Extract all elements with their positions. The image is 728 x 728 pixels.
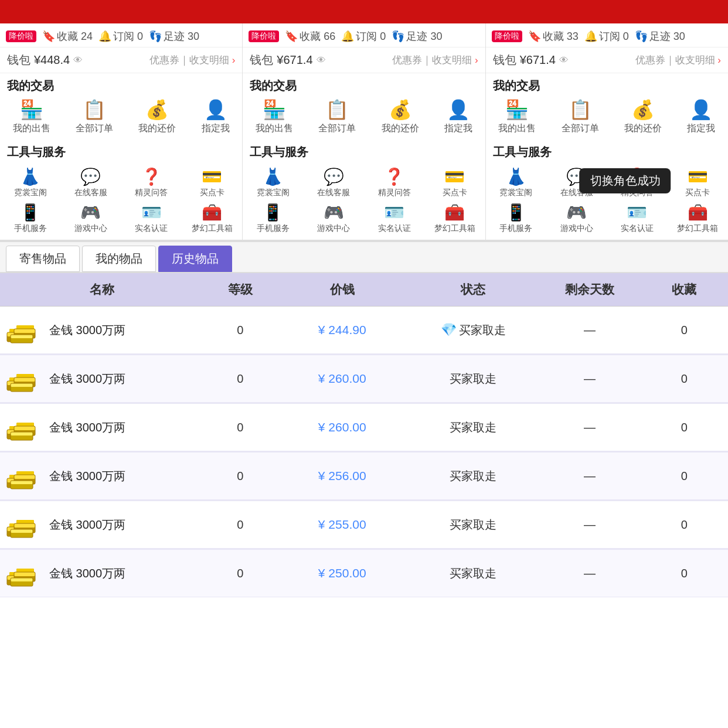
panel-stats: 降价啦 🔖 收藏 24 🔔 订阅 0 👣 足迹 30 — [0, 23, 242, 47]
tool-icon-1: 💬 — [80, 167, 101, 186]
cell-level-3: 0 — [204, 470, 277, 483]
trade-item-1[interactable]: 📋 全部订单 — [562, 98, 599, 135]
tool-item-6[interactable]: 🪪 实名认证 — [607, 200, 667, 236]
tool-item-5[interactable]: 🎮 游戏中心 — [60, 200, 121, 236]
cell-price-4: ¥ 255.00 — [277, 518, 408, 532]
tool-item-4[interactable]: 📱 手机服务 — [243, 200, 303, 236]
wallet-row: 钱包 ¥671.4 👁 优惠券｜收支明细 › — [243, 47, 485, 73]
cell-level-4: 0 — [204, 518, 277, 532]
wallet-links[interactable]: 优惠券｜收支明细 › — [392, 53, 478, 67]
gold-icon-0 — [6, 316, 43, 344]
trade-icons: 🏪 我的出售 📋 全部订单 💰 我的还价 👤 指定我 — [486, 96, 728, 140]
trade-item-3[interactable]: 👤 指定我 — [202, 98, 230, 135]
svg-rect-60 — [14, 523, 35, 528]
tool-icon-1: 💬 — [324, 167, 344, 186]
jianjia-badge: 降价啦 — [6, 30, 36, 42]
item-name-2: 金钱 3000万两 — [49, 420, 125, 436]
trade-item-0[interactable]: 🏪 我的出售 — [498, 98, 536, 135]
tool-item-4[interactable]: 📱 手机服务 — [0, 200, 60, 236]
trade-item-0[interactable]: 🏪 我的出售 — [13, 98, 50, 135]
cell-price-0: ¥ 244.90 — [277, 323, 408, 337]
tool-item-4[interactable]: 📱 手机服务 — [486, 200, 546, 236]
tool-item-2[interactable]: ❓ 精灵问答 — [364, 165, 424, 200]
tool-icon-7: 🧰 — [444, 203, 465, 222]
tab-bar: 寄售物品我的物品历史物品 — [0, 241, 728, 273]
item-name-3: 金钱 3000万两 — [49, 468, 125, 484]
trade-item-2[interactable]: 💰 我的还价 — [382, 98, 419, 135]
trade-item-2[interactable]: 💰 我的还价 — [624, 98, 662, 135]
cell-name-3: 金钱 3000万两 — [0, 462, 204, 490]
tool-item-6[interactable]: 🪪 实名认证 — [364, 200, 424, 236]
wallet-links[interactable]: 优惠券｜收支明细 › — [149, 53, 235, 67]
tab-1[interactable]: 我的物品 — [82, 246, 156, 272]
tool-icon-0: 👗 — [506, 167, 526, 186]
trade-item-0[interactable]: 🏪 我的出售 — [256, 98, 293, 135]
cell-name-4: 金钱 3000万两 — [0, 511, 204, 539]
subscribe-stat: 🔔 订阅 0 — [584, 29, 629, 43]
tools-section: 切换角色成功 👗 霓裳宝阁 💬 在线客服 ❓ 精灵问答 — [486, 162, 728, 240]
trade-item-3[interactable]: 👤 指定我 — [687, 98, 715, 135]
eye-icon[interactable]: 👁 — [73, 55, 83, 66]
cell-level-2: 0 — [204, 421, 277, 434]
tool-item-0[interactable]: 👗 霓裳宝阁 — [0, 165, 60, 200]
tool-item-5[interactable]: 🎮 游戏中心 — [304, 200, 364, 236]
tool-icon-3: 💳 — [444, 167, 465, 186]
tool-item-5[interactable]: 🎮 游戏中心 — [546, 200, 607, 236]
table-row: 金钱 3000万两 0 ¥ 250.00 买家取走 — 0 — [0, 550, 728, 597]
tools-section: 👗 霓裳宝阁 💬 在线客服 ❓ 精灵问答 💳 — [243, 162, 485, 240]
svg-rect-73 — [14, 572, 35, 576]
wallet-amount: ¥448.4 — [34, 53, 70, 67]
item-name-0: 金钱 3000万两 — [49, 322, 125, 338]
tool-item-2[interactable]: ❓ 精灵问答 — [121, 165, 182, 200]
tool-item-3[interactable]: 💳 买点卡 — [424, 165, 485, 200]
tool-icon-3: 💳 — [688, 167, 708, 186]
trade-icon-0: 🏪 — [20, 98, 43, 121]
col-header-collect: 收藏 — [641, 281, 728, 298]
wallet-links[interactable]: 优惠券｜收支明细 › — [635, 53, 721, 67]
trade-item-1[interactable]: 📋 全部订单 — [76, 98, 113, 135]
col-header-level: 等级 — [204, 281, 277, 298]
subscribe-icon: 🔔 — [98, 30, 111, 43]
tab-2[interactable]: 历史物品 — [158, 246, 232, 272]
cell-status-3: 买家取走 — [407, 468, 539, 484]
col-header-status: 状态 — [407, 281, 539, 298]
tool-item-1[interactable]: 💬 在线客服 — [304, 165, 364, 200]
trade-item-2[interactable]: 💰 我的还价 — [138, 98, 176, 135]
svg-rect-3 — [16, 325, 34, 329]
tool-icon-2: ❓ — [141, 167, 162, 186]
cell-level-0: 0 — [204, 324, 277, 337]
cell-days-3: — — [539, 470, 641, 483]
trade-item-3[interactable]: 👤 指定我 — [444, 98, 472, 135]
eye-icon[interactable]: 👁 — [559, 55, 569, 66]
tools-section: 👗 霓裳宝阁 💬 在线客服 ❓ 精灵问答 💳 — [0, 162, 242, 240]
trade-icon-0: 🏪 — [263, 98, 286, 121]
svg-rect-11 — [11, 335, 33, 338]
tool-item-3[interactable]: 💳 买点卡 — [668, 165, 728, 200]
tool-item-7[interactable]: 🧰 梦幻工具箱 — [668, 200, 728, 236]
wallet-label: 钱包 — [493, 52, 516, 68]
wallet-label: 钱包 — [7, 52, 30, 68]
tab-0[interactable]: 寄售物品 — [6, 246, 80, 272]
trade-icon-3: 👤 — [204, 98, 227, 121]
tool-item-0[interactable]: 👗 霓裳宝阁 — [486, 165, 546, 200]
cell-collect-5: 0 — [641, 567, 728, 580]
tools-icons: 👗 霓裳宝阁 💬 在线客服 ❓ 精灵问答 💳 — [0, 162, 242, 240]
table-row: 金钱 3000万两 0 ¥ 260.00 买家取走 — 0 — [0, 355, 728, 403]
tool-item-7[interactable]: 🧰 梦幻工具箱 — [182, 200, 242, 236]
trade-item-1[interactable]: 📋 全部订单 — [318, 98, 356, 135]
tool-item-6[interactable]: 🪪 实名认证 — [121, 200, 182, 236]
gold-icon-1 — [6, 365, 43, 393]
tool-item-3[interactable]: 💳 买点卡 — [182, 165, 242, 200]
tool-icon-4: 📱 — [20, 203, 40, 222]
tool-item-1[interactable]: 💬 在线客服 — [60, 165, 121, 200]
tool-item-7[interactable]: 🧰 梦幻工具箱 — [424, 200, 485, 236]
cell-days-4: — — [539, 518, 641, 532]
trade-icon-1: 📋 — [325, 98, 349, 121]
cell-status-1: 买家取走 — [407, 371, 539, 387]
cell-collect-3: 0 — [641, 470, 728, 483]
jianjia-badge: 降价啦 — [249, 30, 279, 42]
wallet-amount: ¥671.4 — [520, 53, 556, 67]
svg-rect-50 — [11, 481, 33, 484]
eye-icon[interactable]: 👁 — [317, 55, 326, 66]
tool-item-0[interactable]: 👗 霓裳宝阁 — [243, 165, 303, 200]
